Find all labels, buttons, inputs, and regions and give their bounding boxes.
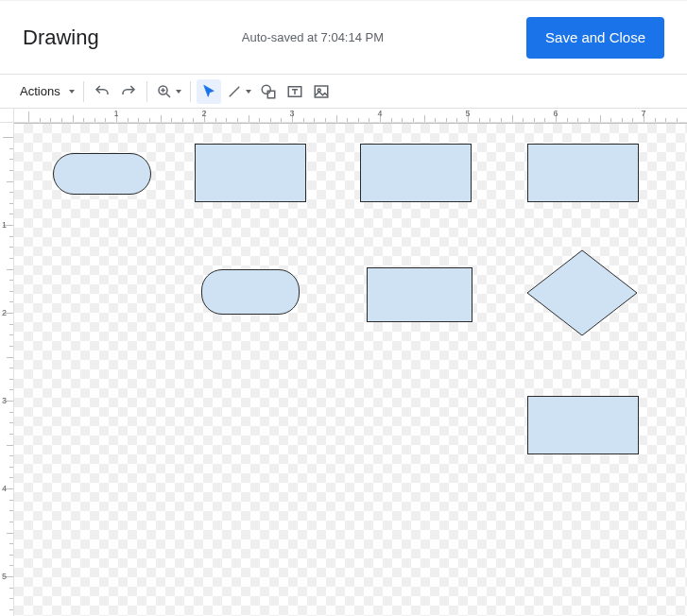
ruler-mark: 1 xyxy=(2,220,7,230)
ruler-mark: 2 xyxy=(201,109,206,118)
ruler-mark: 4 xyxy=(377,109,382,118)
ruler-mark: 3 xyxy=(289,109,294,118)
separator xyxy=(146,81,147,102)
shape-tool-button[interactable] xyxy=(256,79,281,104)
svg-marker-10 xyxy=(527,250,637,335)
separator xyxy=(190,81,191,102)
rounded-rect-shape[interactable] xyxy=(201,269,300,315)
zoom-button[interactable] xyxy=(153,79,184,104)
rect-shape[interactable] xyxy=(360,144,472,202)
image-button[interactable] xyxy=(309,79,334,104)
rect-shape[interactable] xyxy=(195,144,306,202)
dialog-title: Drawing xyxy=(23,26,99,50)
rect-shape[interactable] xyxy=(527,144,639,202)
ruler-mark: 2 xyxy=(2,308,7,317)
line-tool-button[interactable] xyxy=(223,79,254,104)
rounded-rect-shape[interactable] xyxy=(53,153,151,195)
redo-button[interactable] xyxy=(116,79,141,104)
caret-down-icon xyxy=(69,90,75,94)
ruler-mark: 7 xyxy=(641,109,645,118)
redo-icon xyxy=(120,83,137,100)
undo-icon xyxy=(94,83,111,100)
actions-menu-button[interactable]: Actions xyxy=(8,79,77,104)
image-icon xyxy=(313,83,330,100)
horizontal-ruler: 1234567 xyxy=(14,109,687,123)
svg-rect-8 xyxy=(315,86,328,97)
caret-down-icon xyxy=(176,90,181,94)
toolbar: Actions xyxy=(0,75,687,109)
caret-down-icon xyxy=(246,90,251,94)
rect-shape[interactable] xyxy=(367,267,472,322)
ruler-mark: 5 xyxy=(465,109,470,118)
ruler-mark: 3 xyxy=(2,396,7,405)
select-tool-button[interactable] xyxy=(197,79,221,104)
save-and-close-button[interactable]: Save and Close xyxy=(526,17,664,59)
svg-line-4 xyxy=(229,86,239,96)
svg-point-5 xyxy=(262,85,270,94)
line-icon xyxy=(226,83,243,100)
cursor-icon xyxy=(200,83,217,100)
vertical-ruler: 12345 xyxy=(0,123,14,616)
drawing-canvas[interactable] xyxy=(14,123,687,616)
svg-rect-6 xyxy=(267,91,275,98)
canvas-area: 1234567 12345 xyxy=(0,109,687,616)
ruler-mark: 6 xyxy=(553,109,558,118)
ruler-corner xyxy=(0,109,14,123)
ruler-mark: 5 xyxy=(2,572,7,581)
diamond-shape[interactable] xyxy=(526,249,638,336)
shape-icon xyxy=(260,83,277,100)
rect-shape[interactable] xyxy=(527,396,639,454)
separator xyxy=(83,81,84,102)
ruler-mark: 4 xyxy=(2,484,7,493)
text-box-icon xyxy=(286,83,303,100)
text-box-button[interactable] xyxy=(283,79,307,104)
dialog-header: Drawing Auto-saved at 7:04:14 PM Save an… xyxy=(0,1,687,75)
zoom-icon xyxy=(156,83,173,100)
undo-button[interactable] xyxy=(90,79,114,104)
svg-line-1 xyxy=(166,94,170,97)
ruler-mark: 1 xyxy=(113,109,118,118)
autosave-status: Auto-saved at 7:04:14 PM xyxy=(242,30,384,44)
